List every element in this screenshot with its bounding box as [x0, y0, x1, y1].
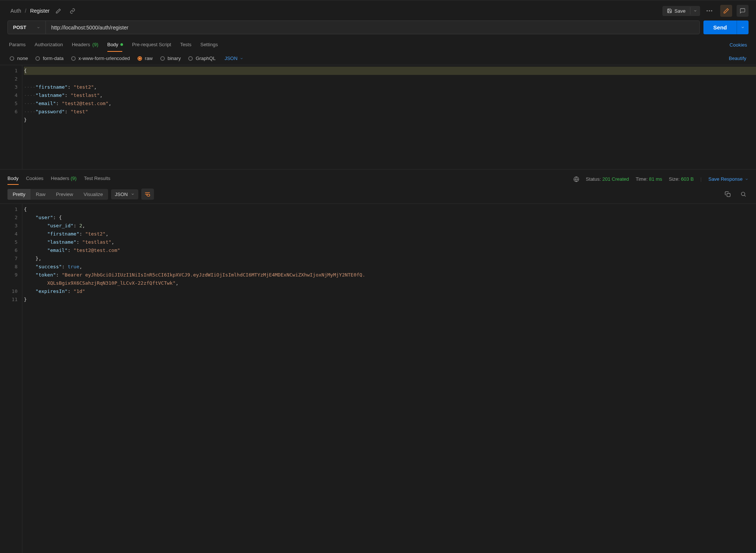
response-gutter: 123456789 1011: [0, 204, 22, 553]
resp-tab-body[interactable]: Body: [7, 173, 19, 185]
svg-point-2: [711, 10, 712, 11]
breadcrumb-separator: /: [25, 8, 26, 14]
size-label: Size: 603 B: [669, 176, 694, 182]
resp-tab-test-results[interactable]: Test Results: [84, 173, 110, 185]
tab-prerequest[interactable]: Pre-request Script: [132, 38, 171, 52]
time-label: Time: 81 ms: [636, 176, 662, 182]
tab-body[interactable]: Body: [107, 38, 123, 52]
method-select[interactable]: POST: [8, 21, 46, 34]
more-icon[interactable]: [703, 6, 716, 16]
code-icon[interactable]: [720, 5, 732, 17]
comment-icon[interactable]: [737, 5, 749, 17]
svg-rect-6: [727, 193, 730, 197]
request-body-editor[interactable]: 123456 { ····"firstname": "test2", ····"…: [0, 65, 756, 169]
svg-point-1: [709, 10, 710, 11]
view-visualize[interactable]: Visualize: [78, 189, 108, 200]
bodytype-form-data[interactable]: form-data: [35, 56, 64, 61]
response-code: { "user": { "user_id": 2, "firstname": "…: [22, 204, 756, 553]
bodytype-none[interactable]: none: [10, 56, 28, 61]
bodytype-xwww[interactable]: x-www-form-urlencoded: [71, 56, 130, 61]
bodytype-binary[interactable]: binary: [160, 56, 181, 61]
view-raw[interactable]: Raw: [31, 189, 51, 200]
url-input[interactable]: [46, 21, 699, 34]
resp-tab-cookies[interactable]: Cookies: [26, 173, 44, 185]
breadcrumb-current[interactable]: Register: [30, 8, 50, 14]
response-view-segment: Pretty Raw Preview Visualize: [7, 189, 108, 200]
headers-count: (9): [92, 42, 98, 47]
svg-line-8: [744, 195, 746, 196]
breadcrumb: Auth / Register: [10, 6, 78, 16]
save-button-group: Save: [662, 6, 700, 16]
save-response-button[interactable]: Save Response: [708, 176, 749, 182]
search-icon[interactable]: [738, 189, 749, 199]
save-label: Save: [674, 8, 686, 14]
request-gutter: 123456: [0, 65, 22, 169]
tab-tests[interactable]: Tests: [180, 38, 191, 52]
svg-point-0: [706, 10, 708, 11]
save-button[interactable]: Save: [662, 6, 690, 16]
view-preview[interactable]: Preview: [51, 189, 78, 200]
tab-params[interactable]: Params: [9, 38, 26, 52]
tab-settings[interactable]: Settings: [200, 38, 218, 52]
save-dropdown[interactable]: [690, 7, 700, 15]
response-format-select[interactable]: JSON: [111, 189, 138, 199]
wrap-lines-icon[interactable]: [141, 189, 154, 200]
beautify-link[interactable]: Beautify: [729, 56, 746, 61]
request-code[interactable]: { ····"firstname": "test2", ····"lastnam…: [22, 65, 756, 169]
edit-icon[interactable]: [53, 6, 64, 16]
body-indicator-icon: [120, 43, 123, 46]
bodytype-graphql[interactable]: GraphQL: [188, 56, 215, 61]
resp-headers-count: (9): [70, 176, 76, 181]
copy-icon[interactable]: [722, 189, 733, 199]
response-body-editor[interactable]: 123456789 1011 { "user": { "user_id": 2,…: [0, 203, 756, 553]
link-icon[interactable]: [67, 6, 78, 16]
breadcrumb-parent[interactable]: Auth: [10, 8, 21, 14]
send-dropdown[interactable]: [737, 20, 749, 34]
cookies-link[interactable]: Cookies: [730, 42, 747, 48]
resp-tab-headers[interactable]: Headers (9): [51, 173, 77, 185]
view-pretty[interactable]: Pretty: [7, 189, 31, 200]
bodytype-raw[interactable]: raw: [138, 56, 153, 61]
status-label: Status: 201 Created: [586, 176, 629, 182]
tab-authorization[interactable]: Authorization: [35, 38, 63, 52]
tab-headers[interactable]: Headers (9): [72, 38, 98, 52]
globe-icon[interactable]: [573, 176, 579, 182]
body-format-select[interactable]: JSON: [224, 56, 243, 61]
method-label: POST: [13, 25, 26, 30]
svg-point-7: [741, 192, 745, 196]
send-button[interactable]: Send: [703, 20, 737, 34]
